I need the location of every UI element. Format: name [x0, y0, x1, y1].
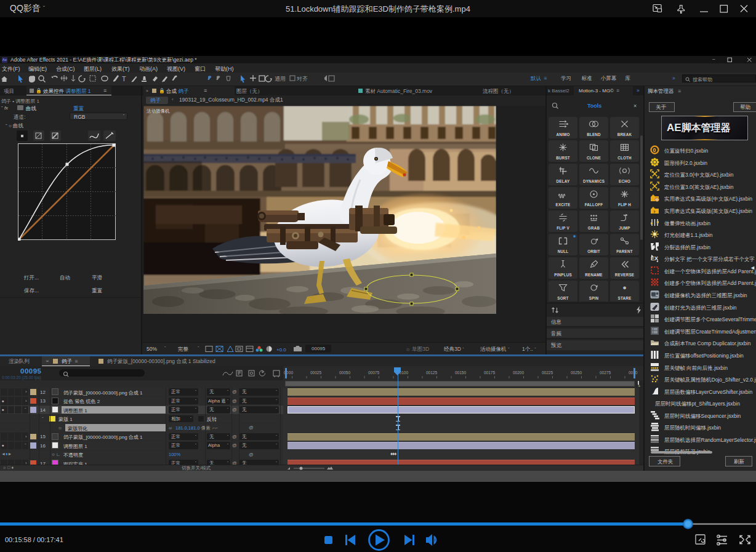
svg-text:活动摄像机: 活动摄像机	[147, 108, 170, 114]
svg-text:中: 中	[656, 198, 659, 202]
svg-text:+0.0: +0.0	[276, 347, 286, 353]
svg-text:通用: 通用	[275, 76, 286, 82]
svg-text:0: 0	[653, 147, 656, 153]
svg-text:T: T	[122, 75, 126, 82]
svg-text:对齐: 对齐	[296, 76, 308, 82]
